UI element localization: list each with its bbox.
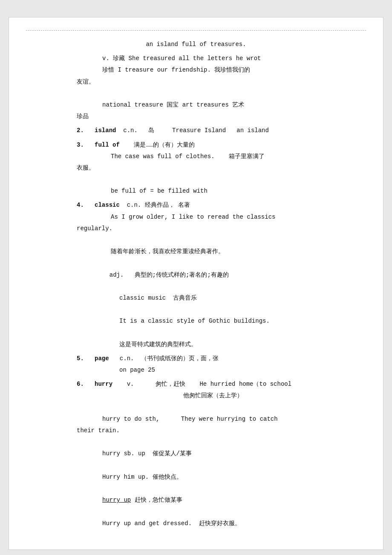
treasure-v-line5: 珍品 bbox=[77, 111, 315, 122]
spacer2 bbox=[77, 174, 315, 185]
hurry-to-do-cont: their train. bbox=[77, 425, 315, 436]
keyword-full-of: full of bbox=[95, 142, 120, 148]
spacer9 bbox=[77, 437, 315, 448]
classic-adj: adj. 典型的;传统式样的;著名的;有趣的 bbox=[77, 270, 315, 280]
classic-ex2: It is a classic style of Gothic building… bbox=[77, 316, 315, 327]
entry-3-number: 3. bbox=[77, 142, 84, 148]
entry-hurry: 6. hurry v. 匆忙，赶快 He hurried home（to sch… bbox=[77, 379, 315, 529]
entry-island-main: 2. island c.n. 岛 Treasure Island an isla… bbox=[77, 125, 315, 136]
full-of-ex1-cont: 衣服。 bbox=[77, 163, 315, 173]
entry-classic: 4. classic c.n. 经典作品， 名著 As I grow older… bbox=[77, 200, 315, 350]
entry-6-number: 6. bbox=[77, 381, 84, 387]
spacer7 bbox=[77, 328, 315, 338]
hurry-up-underline: hurry up bbox=[102, 497, 131, 503]
classic-cn1: 随着年龄渐长，我喜欢经常重读经典著作。 bbox=[77, 246, 315, 257]
entry-island: 2. island c.n. 岛 Treasure Island an isla… bbox=[77, 125, 315, 136]
hurry-up-ex: Hurry up and get dressed. 赶快穿好衣服。 bbox=[77, 518, 315, 529]
content-area: an island full of treasures. v. 珍藏 She t… bbox=[77, 39, 315, 529]
entry-5-number: 5. bbox=[77, 355, 84, 362]
classic-music: classic music 古典音乐 bbox=[77, 293, 315, 304]
spacer6 bbox=[77, 304, 315, 315]
entry-full-of: 3. full of 满是……的（有）大量的 The case was full… bbox=[77, 140, 315, 197]
hurry-cn1: 他匆忙回家（去上学） bbox=[77, 390, 315, 401]
entry-page: 5. page c.n. （书刊或纸张的）页，面，张 on page 25 bbox=[77, 353, 315, 376]
intro-section: an island full of treasures. bbox=[77, 39, 315, 50]
keyword-page: page bbox=[95, 355, 109, 362]
spacer1 bbox=[77, 88, 315, 99]
classic-cn2: 这是哥特式建筑的典型样式。 bbox=[77, 339, 315, 350]
entry-4-number: 4. bbox=[77, 202, 84, 208]
spacer11 bbox=[77, 483, 315, 494]
hurry-him-up: Hurry him up. 催他快点。 bbox=[77, 472, 315, 483]
spacer5 bbox=[77, 281, 315, 292]
spacer4 bbox=[77, 258, 315, 269]
treasure-v-line2: 珍惜 I treasure our friendship. 我珍惜我们的 bbox=[77, 65, 315, 75]
classic-ex1-cont: regularly. bbox=[77, 223, 315, 234]
intro-line: an island full of treasures. bbox=[77, 39, 315, 50]
treasure-v-section: v. 珍藏 She treasured all the letters he w… bbox=[77, 53, 315, 122]
entry-hurry-main: 6. hurry v. 匆忙，赶快 He hurried home（to sch… bbox=[77, 379, 315, 390]
spacer8 bbox=[77, 402, 315, 413]
spacer3 bbox=[77, 235, 315, 246]
page-ex1: on page 25 bbox=[77, 365, 315, 376]
full-of-ex1: The case was full of clothes. 箱子里塞满了 bbox=[77, 151, 315, 162]
page-container: an island full of treasures. v. 珍藏 She t… bbox=[9, 17, 383, 550]
treasure-v-line3: 友谊。 bbox=[77, 77, 315, 87]
keyword-island: island bbox=[95, 127, 116, 134]
keyword-hurry: hurry bbox=[95, 381, 112, 387]
dashed-divider bbox=[26, 30, 366, 31]
spacer10 bbox=[77, 460, 315, 471]
hurry-sb-up: hurry sb. up 催促某人/某事 bbox=[77, 448, 315, 459]
entry-2-number: 2. bbox=[77, 127, 84, 134]
entry-full-of-main: 3. full of 满是……的（有）大量的 bbox=[77, 140, 315, 150]
treasure-v-line4: national treasure 国宝 art treasures 艺术 bbox=[77, 100, 315, 110]
spacer12 bbox=[77, 506, 315, 517]
hurry-to-do: hurry to do sth, They were hurrying to c… bbox=[77, 414, 315, 425]
treasure-v-line1: v. 珍藏 She treasured all the letters he w… bbox=[77, 53, 315, 64]
hurry-up-phrase: hurry up 赶快，急忙做某事 bbox=[77, 495, 315, 506]
entry-page-main: 5. page c.n. （书刊或纸张的）页，面，张 bbox=[77, 353, 315, 364]
entry-classic-main: 4. classic c.n. 经典作品， 名著 bbox=[77, 200, 315, 211]
full-of-equiv: be full of = be filled with bbox=[77, 186, 315, 197]
classic-ex1: As I grow older, I like to reread the cl… bbox=[77, 212, 315, 223]
keyword-classic: classic bbox=[95, 202, 120, 208]
